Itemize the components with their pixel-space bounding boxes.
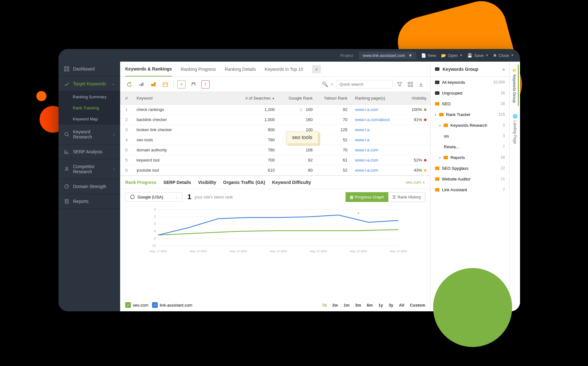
collapse-button[interactable]: »	[502, 67, 505, 72]
btab-visibility[interactable]: Visibility	[198, 180, 216, 185]
group-icon[interactable]	[189, 80, 198, 88]
chart-legend: ✓seo.com ✓link-assistant.com 7d 2w 1m 3m…	[120, 299, 430, 311]
group-item[interactable]: All keywords10,000	[431, 77, 509, 88]
tag-icon[interactable]: T	[201, 80, 210, 88]
svg-rect-2	[64, 70, 66, 71]
folder-icon	[435, 91, 439, 95]
sidebar-item-ranking-summary[interactable]: Ranking Summary	[73, 91, 120, 102]
btab-organic-traffic[interactable]: Organic Traffic (GA)	[223, 180, 265, 185]
sidebar-item-keyword-map[interactable]: Keyword Map	[73, 113, 120, 125]
project-label: Project:	[340, 53, 354, 58]
add-tab-button[interactable]: +	[312, 65, 321, 73]
add-button[interactable]: +	[177, 80, 186, 88]
bottom-tabs: Rank Progress SERP Details Visibility Or…	[120, 176, 430, 189]
grid-icon[interactable]	[406, 80, 414, 88]
svg-rect-7	[65, 199, 68, 203]
btab-keyword-difficulty[interactable]: Keyword Difficulty	[272, 180, 311, 185]
group-item[interactable]: Ungrouped16	[431, 88, 509, 98]
table-row[interactable]: 6 youtube tool 610 80 52 www.l-a.com 43%	[120, 165, 430, 175]
table-row[interactable]: 5 domain authority 780 106 70 www.l-a.co…	[120, 145, 430, 155]
th-searches[interactable]: # of Searches ▼	[237, 96, 279, 101]
group-item[interactable]: sis3	[431, 131, 509, 141]
svg-text:May, 21 2023: May, 21 2023	[310, 250, 327, 253]
group-item[interactable]: ▸Rank Tracker215	[431, 109, 509, 120]
calendar-icon[interactable]	[161, 80, 169, 88]
th-yahoo-rank[interactable]: Yahoo! Rank	[316, 96, 351, 101]
group-item[interactable]: ▸Reports16	[431, 152, 509, 163]
svg-rect-1	[67, 67, 69, 68]
folder-icon: 📁	[512, 68, 517, 73]
th-num[interactable]: #	[120, 96, 133, 101]
sidebar-item-serp-analysis[interactable]: SERP Analysis	[58, 144, 120, 159]
period-3y[interactable]: 3y	[389, 303, 393, 308]
table-row[interactable]: 4 seo tools 780 ♔125 52 www.l-a	[120, 135, 430, 145]
svg-point-12	[194, 82, 195, 84]
top-bar: Project: www.link-assistant.com ▼ 📄New 📂…	[58, 49, 520, 62]
btab-domain[interactable]: seo.com ▼	[406, 180, 425, 185]
btab-rank-progress[interactable]: Rank Progress	[125, 180, 156, 185]
tab-keywords-rankings[interactable]: Keywords & Rankings	[125, 62, 172, 76]
folder-icon	[435, 188, 439, 192]
folder-icon	[435, 67, 439, 71]
sidebar-item-dashboard[interactable]: Dashboard	[58, 62, 120, 76]
sidebar-item-reports[interactable]: Reports	[58, 194, 120, 209]
close-button[interactable]: ✖Close▼	[493, 53, 514, 58]
sidebar-item-domain-strength[interactable]: Domain Strength	[58, 179, 120, 194]
svg-text:6: 6	[154, 229, 156, 233]
quick-search-input[interactable]	[336, 80, 393, 88]
tab-ranking-progress[interactable]: Ranking Progress	[181, 62, 216, 76]
sidebar-item-keyword-research[interactable]: Keyword Research ›	[58, 125, 120, 144]
svg-rect-10	[163, 83, 168, 87]
sidebar-item-competitor-research[interactable]: Competitor Research ›	[58, 159, 120, 179]
th-google-rank[interactable]: Google Rank	[279, 96, 316, 101]
sidebar-item-target-keywords[interactable]: Target Keywords ⌄	[58, 76, 120, 91]
period-1y[interactable]: 1y	[378, 303, 383, 308]
tool-icon-3[interactable]	[149, 80, 157, 88]
app-window: Project: www.link-assistant.com ▼ 📄New 📂…	[58, 49, 520, 311]
period-6m[interactable]: 6m	[367, 303, 373, 308]
tab-ranking-details[interactable]: Ranking Details	[225, 62, 256, 76]
status-dot	[424, 159, 426, 162]
period-7d[interactable]: 7d	[322, 303, 327, 308]
download-icon[interactable]	[417, 80, 425, 88]
sidebar-item-rank-tracking[interactable]: Rank Tracking	[73, 102, 120, 113]
table-row[interactable]: 3 broken link checker 900 100 125 www.l-…	[120, 125, 430, 135]
table-row[interactable]: 5 keyword tool 700 92 61 www.l-a.com 52%	[120, 155, 430, 165]
group-item[interactable]: SEO16	[431, 98, 509, 109]
period-2w[interactable]: 2w	[332, 303, 338, 308]
period-1m[interactable]: 1m	[344, 303, 350, 308]
group-item[interactable]: Resea...7	[431, 141, 509, 152]
side-tab-keywords-group[interactable]: 📁 Keywords Group	[511, 65, 519, 106]
group-item[interactable]: Link Assistant7	[431, 184, 509, 195]
search-engine-select[interactable]: Google (USA) ⌄	[125, 192, 182, 202]
svg-point-9	[154, 82, 156, 84]
group-item[interactable]: SEO Spyglass22	[431, 163, 509, 174]
open-button[interactable]: 📂Open▼	[441, 53, 463, 58]
group-item[interactable]: Website Auditor11	[431, 174, 509, 184]
svg-text:May, 17 2023: May, 17 2023	[150, 250, 167, 253]
btab-serp-details[interactable]: SERP Details	[163, 180, 191, 185]
analytics-icon[interactable]	[137, 80, 145, 88]
refresh-icon[interactable]	[125, 80, 133, 88]
chevron-down-icon: ⌄	[112, 82, 114, 86]
period-custom[interactable]: Custom	[410, 303, 425, 308]
legend-seo[interactable]: ✓seo.com	[125, 302, 148, 308]
save-button[interactable]: 💾Save▼	[467, 53, 488, 58]
progress-graph-button[interactable]: ▦Progress Graph	[346, 192, 388, 202]
save-icon: 💾	[467, 53, 472, 58]
th-keyword[interactable]: Keyword	[133, 96, 237, 101]
new-button[interactable]: 📄New	[421, 53, 436, 58]
rank-history-button[interactable]: ☰Rank History	[388, 192, 425, 202]
period-all[interactable]: All	[399, 303, 404, 308]
th-visibility[interactable]: Visibility	[399, 96, 430, 101]
side-tab-landing-page[interactable]: 🌐 Landing Page	[511, 111, 518, 147]
tab-keywords-top10[interactable]: Keywords in Top 10	[265, 62, 303, 76]
table-row[interactable]: 2 backlink checker 1,000 160 70 www.l-a.…	[120, 115, 430, 125]
table-row[interactable]: 1 check rankings 1,200 ♔100 92 www.l-a.c…	[120, 105, 430, 115]
filter-icon[interactable]	[395, 80, 404, 88]
group-item[interactable]: ▸Keywords Research3	[431, 120, 509, 131]
legend-la[interactable]: ✓link-assistant.com	[152, 302, 192, 308]
th-pages[interactable]: Ranking page(s)	[351, 96, 399, 101]
project-dropdown[interactable]: www.link-assistant.com ▼	[359, 52, 416, 59]
period-3m[interactable]: 3m	[355, 303, 361, 308]
